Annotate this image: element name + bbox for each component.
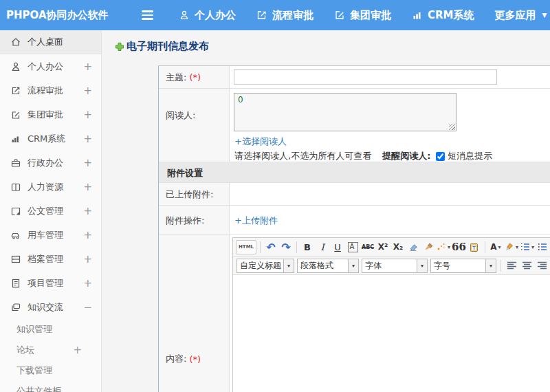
- topnav-workflow[interactable]: 流程审批: [256, 9, 314, 22]
- remind-readers-label: 提醒阅读人:: [382, 150, 430, 162]
- redo-icon[interactable]: ↷: [279, 240, 293, 254]
- underline-button[interactable]: U: [331, 240, 344, 254]
- content-label: 内容:(*): [159, 235, 230, 392]
- readers-textarea[interactable]: 0: [234, 93, 456, 131]
- format-brush-icon[interactable]: [421, 240, 435, 254]
- bold-button[interactable]: B: [300, 240, 314, 254]
- expand-icon[interactable]: +: [83, 85, 92, 97]
- expand-icon[interactable]: +: [83, 61, 92, 73]
- topnav-personal-office[interactable]: 个人办公: [179, 9, 236, 22]
- topnav-more-apps[interactable]: 更多应用 ▼: [495, 9, 547, 22]
- readers-hint-text: 请选择阅读人,不选为所有人可查看: [234, 150, 371, 162]
- ordered-list-icon[interactable]: ▾: [520, 240, 534, 254]
- caret-down-icon: ▾: [531, 244, 534, 250]
- paragraph-format-select[interactable]: 段落格式 ▾: [297, 259, 359, 273]
- topnav-group-approval[interactable]: 集团审批: [334, 9, 391, 22]
- briefcase-icon: [10, 157, 21, 168]
- home-icon: [10, 36, 21, 47]
- caret-down-icon: ▾: [417, 259, 427, 272]
- undo-icon[interactable]: ↶: [264, 240, 278, 254]
- sms-remind-label: 短消息提示: [448, 150, 492, 162]
- sidebar-item-label: CRM系统: [28, 133, 65, 145]
- sidebar-subitem-label: 知识管理: [16, 323, 52, 336]
- sidebar-item-workflow[interactable]: 流程审批 +: [0, 78, 101, 102]
- subject-label: 主题:(*): [159, 66, 230, 88]
- topnav-label: 个人办公: [195, 9, 236, 22]
- required-mark: (*): [189, 72, 201, 83]
- topnav-label: CRM系统: [428, 9, 474, 22]
- expand-icon[interactable]: +: [83, 157, 92, 169]
- topnav-crm[interactable]: CRM系统: [412, 9, 474, 22]
- caret-down-icon: ▼: [542, 12, 547, 19]
- sidebar-subitem-public-cabinet[interactable]: 公共文件柜: [0, 381, 101, 392]
- menu-toggle-icon[interactable]: [142, 10, 155, 20]
- sidebar-subitem-label: 论坛: [16, 344, 34, 356]
- expand-icon[interactable]: +: [83, 109, 92, 121]
- sidebar-item-label: 个人桌面: [28, 36, 63, 48]
- superscript-button[interactable]: X²: [376, 240, 390, 254]
- expand-icon[interactable]: +: [83, 253, 92, 265]
- sidebar-subitem-downloads[interactable]: 下载管理: [0, 360, 101, 381]
- sidebar-item-knowledge[interactable]: 知识交流 −: [0, 295, 101, 319]
- sidebar-item-personal-desktop[interactable]: 个人桌面: [0, 30, 101, 54]
- expand-icon[interactable]: +: [83, 133, 92, 145]
- sidebar-item-archives[interactable]: 档案管理 +: [0, 247, 101, 271]
- caret-down-icon: ▾: [448, 244, 450, 250]
- upload-attachment-link[interactable]: +上传附件: [234, 215, 278, 227]
- sidebar-item-label: 知识交流: [28, 301, 63, 314]
- top-navigation: 个人办公 流程审批 集团审批 CRM系统 更多应用: [179, 9, 547, 22]
- uploaded-attachments-label: 已上传附件:: [159, 183, 230, 205]
- expand-icon[interactable]: +: [83, 277, 92, 290]
- document-icon: [10, 206, 21, 217]
- uploaded-attachments-row: 已上传附件:: [159, 183, 550, 206]
- align-center-icon[interactable]: [520, 259, 534, 273]
- paste-text-icon[interactable]: [468, 240, 481, 254]
- subject-input[interactable]: [234, 69, 497, 85]
- align-right-icon[interactable]: [535, 259, 549, 273]
- expand-icon[interactable]: +: [83, 229, 92, 241]
- font-style-button[interactable]: A: [348, 242, 358, 252]
- sidebar-item-documents[interactable]: 公文管理 +: [0, 199, 101, 223]
- select-readers-link[interactable]: +选择阅读人: [234, 135, 287, 148]
- sidebar-item-group-approval[interactable]: 集团审批 +: [0, 102, 101, 127]
- sidebar-subitem-label: 下载管理: [16, 364, 52, 377]
- sidebar-subitem-knowledge-mgmt[interactable]: 知识管理: [0, 319, 101, 340]
- sidebar-item-vehicles[interactable]: 用车管理 +: [0, 223, 101, 247]
- font-color-button[interactable]: A ▾: [489, 240, 503, 254]
- editor-content-area[interactable]: [233, 275, 550, 392]
- font-size-select[interactable]: 字号 ▾: [430, 259, 496, 273]
- unordered-list-icon[interactable]: [536, 240, 549, 254]
- font-family-select[interactable]: 字体 ▾: [362, 259, 428, 273]
- sidebar-item-hr[interactable]: 人力资源 +: [0, 175, 101, 199]
- expand-icon[interactable]: +: [83, 205, 92, 217]
- custom-heading-select[interactable]: 自定义标题 ▾: [236, 259, 294, 273]
- eraser-icon[interactable]: [406, 240, 420, 254]
- bar-chart-icon: [412, 10, 423, 21]
- caret-down-icon: ▾: [485, 259, 496, 272]
- auto-typeset-icon[interactable]: ▾: [437, 240, 450, 254]
- html-source-button[interactable]: HTML: [236, 240, 256, 254]
- expand-icon[interactable]: +: [73, 344, 82, 356]
- sms-remind-checkbox[interactable]: [436, 152, 445, 161]
- subscript-button[interactable]: X₂: [391, 240, 405, 254]
- sidebar-item-admin-office[interactable]: 行政办公 +: [0, 151, 101, 175]
- expand-icon[interactable]: +: [83, 181, 92, 193]
- readers-row: 阅读人: 0 +选择阅读人 请选择阅读人,不选为所有人可查看 提醒阅读人: 短消…: [159, 89, 550, 162]
- collapse-icon[interactable]: −: [83, 301, 92, 314]
- sidebar-item-personal-office[interactable]: 个人办公 +: [0, 54, 101, 78]
- book-icon: [10, 182, 21, 193]
- highlight-icon[interactable]: ▾: [504, 240, 518, 254]
- italic-button[interactable]: I: [316, 240, 329, 254]
- attachment-section-header: 附件设置: [159, 162, 550, 183]
- sidebar-item-label: 人力资源: [28, 181, 63, 193]
- sidebar-subitem-forum[interactable]: 论坛 +: [0, 340, 101, 360]
- editor-toolbar-row1: HTML ↶ ↷ B I U A ABC X² X₂: [233, 238, 550, 257]
- subject-row: 主题:(*): [159, 66, 550, 89]
- strikethrough-button[interactable]: ABC: [361, 240, 375, 254]
- sidebar-item-projects[interactable]: 项目管理 +: [0, 271, 101, 295]
- sidebar-item-crm[interactable]: CRM系统 +: [0, 127, 101, 151]
- blockquote-button[interactable]: 66: [452, 240, 466, 254]
- caret-down-icon: ▾: [348, 259, 358, 272]
- align-left-icon[interactable]: [505, 259, 518, 273]
- car-icon: [10, 230, 21, 241]
